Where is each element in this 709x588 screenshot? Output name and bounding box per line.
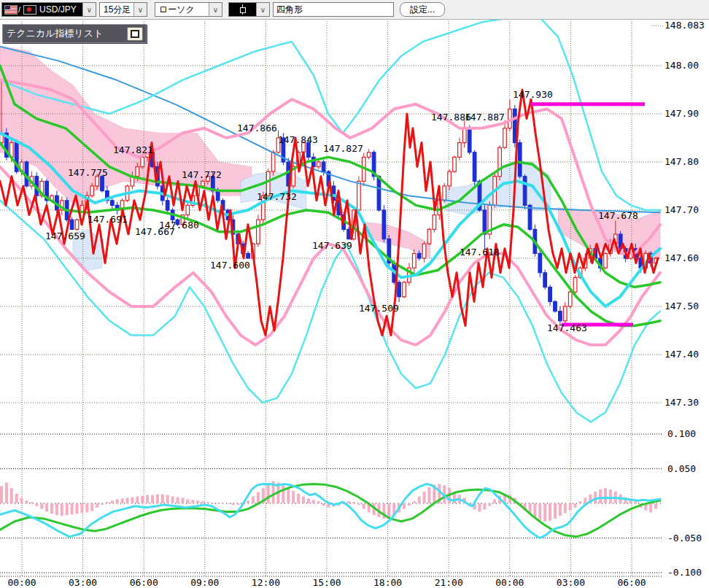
x-axis-label: 15:00 — [312, 577, 341, 588]
y-axis-label: 147.70 — [665, 204, 699, 215]
y-axis-label: 147.90 — [665, 108, 699, 119]
swing-price-label: 147.827 — [323, 143, 363, 154]
y-axis-label: 147.60 — [665, 252, 699, 263]
x-axis-label: 12:00 — [252, 577, 280, 588]
timeframe-label: 15分足 — [104, 4, 131, 16]
toolbar: / USD/JPY ∨ 15分足 ∨ ローソク ∨ ∨ 四角形 設定... — [0, 0, 709, 20]
chevron-down-icon[interactable]: ∨ — [82, 3, 96, 16]
main-chart-canvas[interactable]: 148.00147.90147.80147.70147.60147.50147.… — [0, 0, 709, 588]
chart-type-label: ローソク — [159, 4, 195, 16]
swing-price-label: 147.732 — [257, 191, 297, 202]
swing-price-label: 147.821 — [113, 144, 153, 155]
swing-price-label: 147.866 — [237, 123, 277, 134]
settings-button[interactable]: 設定... — [400, 2, 445, 17]
chevron-down-icon[interactable]: ∨ — [133, 3, 147, 16]
swing-price-label: 147.887 — [465, 112, 505, 123]
x-axis-label: 09:00 — [190, 577, 219, 588]
y-axis-label: 147.30 — [665, 397, 699, 408]
y-axis-top-label: 148.083 — [665, 20, 705, 31]
swing-price-label: 147.930 — [513, 89, 553, 100]
x-axis-label: 00:00 — [7, 577, 36, 588]
swing-price-label: 147.600 — [210, 260, 250, 271]
swing-price-label: 147.667 — [135, 226, 175, 237]
chevron-down-icon[interactable]: ∨ — [256, 3, 269, 16]
swing-price-label: 147.843 — [278, 134, 318, 145]
y-axis-label: 148.00 — [665, 60, 699, 71]
plot-area[interactable] — [0, 18, 662, 576]
swing-price-label: 147.659 — [45, 231, 85, 241]
draw-shape-input[interactable]: 四角形 — [273, 2, 394, 17]
swing-price-label: 147.618 — [460, 247, 500, 258]
swing-price-label: 147.678 — [598, 210, 638, 221]
y-axis-sub-label: -0.100 — [667, 567, 702, 578]
y-axis-label: 147.40 — [665, 349, 699, 360]
x-axis-label: 03:00 — [557, 577, 585, 588]
chevron-down-icon[interactable]: ∨ — [209, 3, 222, 16]
candle-icon — [239, 4, 246, 15]
y-axis-label: 147.80 — [665, 156, 699, 167]
flag-divider: / — [18, 5, 20, 14]
currency-pair-select[interactable]: / USD/JPY ∨ — [1, 2, 96, 17]
x-axis-label: 21:00 — [435, 577, 463, 588]
currency-pair-label: USD/JPY — [39, 4, 77, 15]
x-axis-label: 03:00 — [69, 577, 97, 588]
x-axis-label: 06:00 — [617, 577, 646, 588]
swing-price-label: 147.691 — [88, 214, 128, 225]
swing-price-label: 147.509 — [359, 303, 399, 314]
restore-icon — [131, 30, 139, 38]
y-axis-sub-label: -0.050 — [667, 533, 702, 543]
fx-chart-app: 148.00147.90147.80147.70147.60147.50147.… — [0, 0, 709, 588]
swing-price-label: 147.775 — [68, 167, 108, 178]
swing-price-label: 147.463 — [547, 322, 587, 333]
timeframe-select[interactable]: 15分足 ∨ — [99, 2, 147, 17]
swing-price-label: 147.639 — [312, 240, 352, 251]
y-axis-sub-label: 0.050 — [667, 463, 696, 474]
indicator-list-title: テクニカル指標リスト — [7, 27, 103, 40]
x-axis-label: 00:00 — [495, 577, 524, 588]
restore-window-button[interactable] — [127, 27, 143, 41]
macd-histogram — [0, 481, 657, 522]
japan-flag-icon — [23, 5, 36, 15]
us-flag-icon — [4, 5, 18, 15]
indicator-list-window[interactable]: テクニカル指標リスト — [2, 24, 147, 43]
swing-price-label: 147.772 — [182, 169, 222, 180]
y-axis-label: 147.50 — [665, 301, 699, 312]
x-axis-label: 06:00 — [130, 577, 158, 588]
draw-style-select[interactable]: ∨ — [228, 2, 270, 17]
chart-type-select[interactable]: ローソク ∨ — [155, 2, 222, 17]
x-axis-label: 18:00 — [373, 577, 402, 588]
y-axis-sub-label: 0.100 — [667, 428, 696, 439]
